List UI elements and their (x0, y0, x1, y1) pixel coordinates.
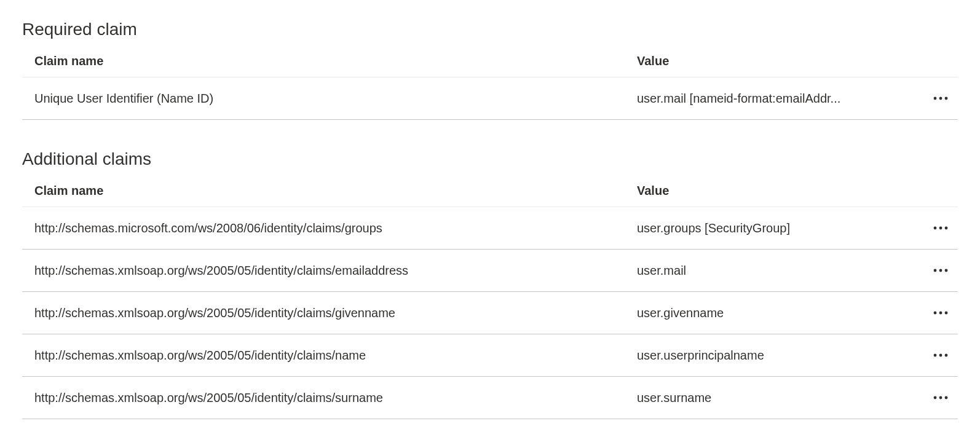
claim-name-cell: http://schemas.xmlsoap.org/ws/2005/05/id… (22, 250, 625, 292)
claim-value-cell: user.surname (625, 377, 895, 419)
claim-name-cell: http://schemas.xmlsoap.org/ws/2005/05/id… (22, 377, 625, 419)
svg-point-15 (934, 396, 937, 400)
claim-value-cell: user.givenname (625, 292, 895, 334)
table-row[interactable]: Unique User Identifier (Name ID) user.ma… (22, 77, 958, 120)
claim-name-cell: http://schemas.xmlsoap.org/ws/2005/05/id… (22, 334, 625, 377)
column-header-actions (895, 178, 958, 207)
claim-actions-cell (895, 334, 958, 377)
claims-config-page: Required claim Claim name Value Unique U… (0, 0, 980, 444)
claim-name-cell: http://schemas.xmlsoap.org/ws/2005/05/id… (22, 292, 625, 334)
svg-point-8 (945, 269, 948, 272)
required-claim-table: Claim name Value Unique User Identifier … (22, 48, 958, 120)
claim-actions-cell (895, 250, 958, 292)
table-row[interactable]: http://schemas.microsoft.com/ws/2008/06/… (22, 207, 958, 250)
column-header-actions (895, 48, 958, 77)
claim-name-cell: http://schemas.microsoft.com/ws/2008/06/… (22, 207, 625, 250)
column-header-claim-name: Claim name (22, 48, 625, 77)
table-row[interactable]: http://schemas.xmlsoap.org/ws/2005/05/id… (22, 250, 958, 292)
table-row[interactable]: http://schemas.xmlsoap.org/ws/2005/05/id… (22, 292, 958, 334)
required-claim-heading: Required claim (22, 20, 958, 39)
claim-actions-cell (895, 77, 958, 120)
svg-point-10 (939, 312, 942, 315)
ellipsis-icon (933, 226, 948, 230)
svg-point-12 (934, 354, 937, 357)
svg-point-14 (945, 354, 948, 357)
table-row[interactable]: http://schemas.xmlsoap.org/ws/2005/05/id… (22, 377, 958, 419)
svg-point-17 (945, 396, 948, 400)
svg-point-11 (945, 312, 948, 315)
claim-actions-cell (895, 207, 958, 250)
svg-point-0 (934, 97, 937, 100)
svg-point-2 (945, 97, 948, 100)
ellipsis-icon (933, 96, 948, 100)
ellipsis-icon (933, 353, 948, 357)
column-header-value: Value (625, 48, 895, 77)
svg-point-5 (945, 227, 948, 230)
svg-point-7 (939, 269, 942, 272)
svg-point-3 (934, 227, 937, 230)
more-actions-button[interactable] (928, 89, 953, 108)
more-actions-button[interactable] (928, 218, 953, 238)
more-actions-button[interactable] (928, 303, 953, 323)
svg-point-6 (934, 269, 937, 272)
table-row[interactable]: http://schemas.xmlsoap.org/ws/2005/05/id… (22, 334, 958, 377)
ellipsis-icon (933, 311, 948, 315)
ellipsis-icon (933, 269, 948, 272)
claim-actions-cell (895, 377, 958, 419)
additional-claims-table: Claim name Value http://schemas.microsof… (22, 178, 958, 419)
more-actions-button[interactable] (928, 261, 953, 280)
more-actions-button[interactable] (928, 388, 953, 408)
ellipsis-icon (933, 396, 948, 400)
svg-point-4 (939, 227, 942, 230)
claim-actions-cell (895, 292, 958, 334)
additional-claims-heading: Additional claims (22, 149, 958, 169)
svg-point-9 (934, 312, 937, 315)
svg-point-1 (939, 97, 942, 100)
column-header-value: Value (625, 178, 895, 207)
column-header-claim-name: Claim name (22, 178, 625, 207)
claim-value-cell: user.userprincipalname (625, 334, 895, 377)
claim-value-cell: user.groups [SecurityGroup] (625, 207, 895, 250)
svg-point-13 (939, 354, 942, 357)
more-actions-button[interactable] (928, 345, 953, 365)
svg-point-16 (939, 396, 942, 400)
claim-value-cell: user.mail (625, 250, 895, 292)
claim-name-cell: Unique User Identifier (Name ID) (22, 77, 625, 120)
claim-value-cell: user.mail [nameid-format:emailAddr... (625, 77, 895, 120)
